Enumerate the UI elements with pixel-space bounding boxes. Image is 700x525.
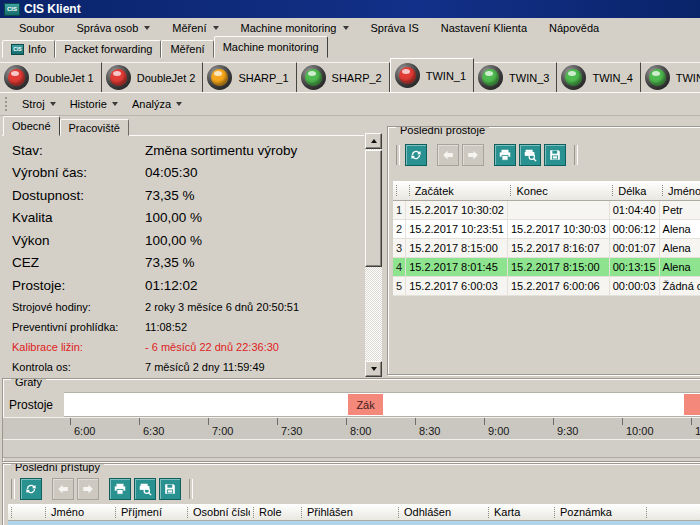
scrollbar-thumb[interactable] xyxy=(365,150,382,267)
cell-row-number: 4 xyxy=(393,258,406,277)
timeline-axis: 6:006:307:007:308:008:309:009:3010:0010:… xyxy=(3,417,700,440)
machine-tab-label: TWIN_1 xyxy=(426,70,466,82)
machine-tab-doublejet-2[interactable]: DoubleJet 2 xyxy=(102,62,204,92)
scroll-down-button[interactable] xyxy=(365,361,382,377)
stats-scrollbar[interactable] xyxy=(365,133,382,377)
table-row[interactable]: 215.2.2017 10:23:5115.2.2017 10:30:0300:… xyxy=(393,220,700,239)
cell-zacatek: 15.2.2017 10:23:51 xyxy=(406,220,508,239)
column-header-karta[interactable]: Karta xyxy=(485,504,551,521)
title-bar[interactable]: CIS CIS Klient xyxy=(0,0,700,18)
tab-label: Měření xyxy=(170,43,204,55)
menu-item-spr-va-is[interactable]: Správa IS xyxy=(360,20,430,36)
column-header-odhl-en[interactable]: Odhlášen xyxy=(395,504,485,521)
column-header-jm-no[interactable]: Jméno xyxy=(42,504,112,521)
cell-zacatek: 15.2.2017 8:15:00 xyxy=(406,239,508,258)
column-header-p-ihl-en[interactable]: Přihlášen xyxy=(298,504,395,521)
machine-tab-twin-1[interactable]: TWIN_1 xyxy=(390,58,474,92)
forward-button xyxy=(462,144,484,166)
cell-delka: 00:06:12 xyxy=(609,220,659,239)
machine-tab-label: DoubleJet 2 xyxy=(137,72,196,84)
column-header-jm-no[interactable]: Jméno xyxy=(659,181,700,201)
stat-value: - 6 měsíců 22 dnů 22:36:30 xyxy=(145,341,279,353)
panel-tab-pracovi-t[interactable]: Pracoviště xyxy=(60,119,129,136)
scroll-up-button[interactable] xyxy=(365,133,382,149)
status-light-core xyxy=(8,69,25,86)
table-row[interactable]: 315.2.2017 8:15:0015.2.2017 8:16:0700:01… xyxy=(393,239,700,258)
status-light-icon xyxy=(301,65,326,90)
cell-row-number: 3 xyxy=(393,239,406,258)
toolbar-item-stroj[interactable]: Stroj xyxy=(16,96,64,112)
tab-label: Machine monitoring xyxy=(223,41,319,53)
tab-info[interactable]: CISInfo xyxy=(2,40,55,58)
save-button[interactable] xyxy=(159,478,181,500)
stat-kalibrace-li-in: Kalibrace ližin:- 6 měsíců 22 dnů 22:36:… xyxy=(12,337,364,357)
menu-item-n-pov-da[interactable]: Nápověda xyxy=(538,20,610,36)
status-light-icon xyxy=(478,65,503,90)
menu-item-label: Správa osob xyxy=(76,22,138,34)
print-button[interactable] xyxy=(109,478,131,500)
stat-label: Strojové hodiny: xyxy=(12,301,145,313)
column-header-label: Příjmení xyxy=(121,506,162,518)
arrow-up-icon xyxy=(371,136,377,143)
axis-tick xyxy=(622,418,623,425)
column-header-blank[interactable] xyxy=(643,504,700,521)
refresh-icon xyxy=(409,148,423,162)
row-number-header[interactable] xyxy=(393,181,406,201)
status-light-icon xyxy=(4,65,29,90)
machine-tab-twin-4[interactable]: TWIN_4 xyxy=(557,62,640,92)
menu-item-nastaven-klienta[interactable]: Nastavení Klienta xyxy=(430,20,538,36)
column-header-za-tek[interactable]: Začátek xyxy=(406,181,508,201)
axis-tick xyxy=(139,418,140,425)
stat-value: 2 roky 3 měsíce 6 dnů 20:50:51 xyxy=(145,301,299,313)
refresh-button[interactable] xyxy=(20,478,42,500)
toolbar-item-historie[interactable]: Historie xyxy=(64,96,126,112)
tab-label: Info xyxy=(28,43,46,55)
save-button[interactable] xyxy=(544,144,566,166)
column-header-pozn-mka[interactable]: Poznámka xyxy=(551,504,643,521)
application-window: CIS CIS Klient SouborSpráva osobMěřeníMa… xyxy=(0,0,700,525)
cell-zacatek: 15.2.2017 10:30:02 xyxy=(406,201,508,220)
axis-tick xyxy=(277,418,278,425)
print-preview-button[interactable] xyxy=(519,144,541,166)
refresh-button[interactable] xyxy=(405,144,427,166)
menu-item-spr-va-osob[interactable]: Správa osob xyxy=(65,20,161,36)
print-preview-button[interactable] xyxy=(134,478,156,500)
panel-tab-obecn[interactable]: Obecné xyxy=(3,116,60,136)
stat-label: Výkon xyxy=(12,233,145,248)
column-header-osobn-slo[interactable]: Osobní číslo xyxy=(184,504,250,521)
toolbar-separator xyxy=(189,479,193,499)
column-header-d-lka[interactable]: Délka xyxy=(609,181,659,201)
machine-tab-doublejet-1[interactable]: DoubleJet 1 xyxy=(0,62,102,92)
column-header-p-jmen[interactable]: Příjmení xyxy=(112,504,184,521)
tab-packet-forwarding[interactable]: Packet forwarding xyxy=(55,40,161,58)
stat-v-robn-as: Výrobní čas:04:05:30 xyxy=(12,162,364,185)
menu-item-machine-monitoring[interactable]: Machine monitoring xyxy=(230,20,360,36)
column-header-konec[interactable]: Konec xyxy=(507,181,609,201)
table-row[interactable]: 415.2.2017 8:01:4515.2.2017 8:15:0000:13… xyxy=(393,258,700,277)
print-button[interactable] xyxy=(494,144,516,166)
tab-m-en[interactable]: Měření xyxy=(161,40,213,58)
table-row[interactable]: 515.2.2017 6:00:0315.2.2017 6:00:0600:00… xyxy=(393,277,700,296)
pristupy-selected-row[interactable] xyxy=(8,521,700,525)
cell-delka: 00:01:07 xyxy=(609,239,659,258)
table-row[interactable]: 115.2.2017 10:30:0201:04:40Petr xyxy=(393,201,700,220)
menu-item-m-en[interactable]: Měření xyxy=(161,20,229,36)
status-light-gloss xyxy=(402,69,410,74)
axis-tick-label: 10:00 xyxy=(626,425,654,437)
pristupy-group: Poslední přístupy JménoPříjmeníOsobní čí… xyxy=(2,463,700,525)
menu-item-label: Nastavení Klienta xyxy=(441,22,527,34)
machine-tab-twin-3[interactable]: TWIN_3 xyxy=(474,62,557,92)
machine-tab-sharp-1[interactable]: SHARP_1 xyxy=(203,62,296,92)
machine-tab-sharp-2[interactable]: SHARP_2 xyxy=(297,62,390,92)
tab-machine-monitoring[interactable]: Machine monitoring xyxy=(214,36,328,58)
toolbar-grip-handle[interactable] xyxy=(5,97,10,111)
menu-item-soubor[interactable]: Soubor xyxy=(8,20,65,36)
machine-tab-label: TWIN_4 xyxy=(592,72,632,84)
grafy-group: Grafy Prostoje ZákM Z 6:006:307:007:308:… xyxy=(2,378,700,462)
toolbar-item-anal-za[interactable]: Analýza xyxy=(126,96,190,112)
stat-label: Kvalita xyxy=(12,210,145,225)
column-header-role[interactable]: Role xyxy=(250,504,298,521)
cell-jmeno: Alena xyxy=(659,220,700,239)
column-header-blank[interactable] xyxy=(8,504,42,521)
machine-tab-twin-5[interactable]: TWIN_5 xyxy=(641,62,700,92)
